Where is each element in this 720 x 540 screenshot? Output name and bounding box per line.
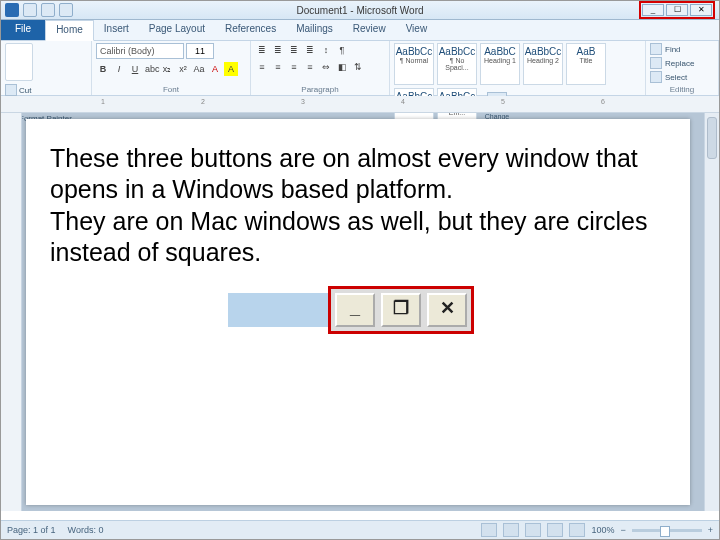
scrollbar-thumb[interactable] <box>707 117 717 159</box>
select-icon <box>650 71 662 83</box>
numbering-button[interactable]: ≣ <box>271 43 285 57</box>
underline-button[interactable]: U <box>128 62 142 76</box>
document-page[interactable]: These three buttons are on almost every … <box>26 119 690 505</box>
zoom-in-button[interactable]: + <box>708 525 713 535</box>
cut-button[interactable]: Cut <box>5 84 72 96</box>
italic-button[interactable]: I <box>112 62 126 76</box>
horizontal-ruler[interactable]: 1 2 3 4 5 6 <box>1 96 719 113</box>
window-title: Document1 - Microsoft Word <box>1 5 719 16</box>
cut-icon <box>5 84 17 96</box>
tab-home[interactable]: Home <box>45 20 94 41</box>
ribbon: Cut Copy Format Painter Clipboard Calibr… <box>1 41 719 96</box>
window-controls: _ ☐ ✕ <box>639 1 715 19</box>
group-label: Font <box>96 85 246 95</box>
highlight-button[interactable]: A <box>224 62 238 76</box>
status-bar: Page: 1 of 1 Words: 0 100% − + <box>1 520 719 539</box>
tab-mailings[interactable]: Mailings <box>286 20 343 40</box>
replace-button[interactable]: Replace <box>650 57 694 69</box>
sort-button[interactable]: ⇅ <box>351 60 365 74</box>
illustration-highlight: _ ❐ ✕ <box>328 286 474 334</box>
multilevel-button[interactable]: ≣ <box>287 43 301 57</box>
app-window: Document1 - Microsoft Word _ ☐ ✕ File Ho… <box>0 0 720 540</box>
tab-references[interactable]: References <box>215 20 286 40</box>
style-no-spacing[interactable]: AaBbCc¶ No Spaci... <box>437 43 477 85</box>
increase-indent-button[interactable]: ↕ <box>319 43 333 57</box>
group-label: Paragraph <box>255 85 385 95</box>
justify-button[interactable]: ≡ <box>303 60 317 74</box>
zoom-out-button[interactable]: − <box>620 525 625 535</box>
tab-insert[interactable]: Insert <box>94 20 139 40</box>
title-bar: Document1 - Microsoft Word _ ☐ ✕ <box>1 1 719 20</box>
view-print-layout[interactable] <box>481 523 497 537</box>
align-center-button[interactable]: ≡ <box>271 60 285 74</box>
status-words[interactable]: Words: 0 <box>68 525 104 535</box>
font-name-combo[interactable]: Calibri (Body) <box>96 43 184 59</box>
tab-review[interactable]: Review <box>343 20 396 40</box>
vertical-ruler[interactable] <box>1 113 22 511</box>
vertical-scrollbar[interactable] <box>704 113 719 511</box>
paragraph-1: These three buttons are on almost every … <box>50 143 666 206</box>
document-area: These three buttons are on almost every … <box>1 113 719 511</box>
close-button[interactable]: ✕ <box>690 4 712 16</box>
align-right-button[interactable]: ≡ <box>287 60 301 74</box>
view-web-layout[interactable] <box>525 523 541 537</box>
group-label: Editing <box>650 85 714 95</box>
line-spacing-button[interactable]: ⇔ <box>319 60 333 74</box>
zoom-slider-knob[interactable] <box>660 526 670 537</box>
paste-button[interactable] <box>5 43 33 81</box>
style-heading2[interactable]: AaBbCcHeading 2 <box>523 43 563 85</box>
find-button[interactable]: Find <box>650 43 694 55</box>
illustration-minimize: _ <box>335 293 375 327</box>
style-title[interactable]: AaBTitle <box>566 43 606 85</box>
illustration-maximize: ❐ <box>381 293 421 327</box>
group-editing: Find Replace Select Editing <box>646 41 719 95</box>
subscript-button[interactable]: x₂ <box>160 62 174 76</box>
replace-icon <box>650 57 662 69</box>
zoom-slider[interactable] <box>632 529 702 532</box>
window-buttons-illustration: _ ❐ ✕ <box>228 286 488 334</box>
font-size-combo[interactable]: 11 <box>186 43 214 59</box>
tab-view[interactable]: View <box>396 20 438 40</box>
tab-page-layout[interactable]: Page Layout <box>139 20 215 40</box>
align-left-button[interactable]: ≡ <box>255 60 269 74</box>
illustration-close: ✕ <box>427 293 467 327</box>
view-full-screen[interactable] <box>503 523 519 537</box>
font-color-button[interactable]: A <box>208 62 222 76</box>
bold-button[interactable]: B <box>96 62 110 76</box>
group-styles: AaBbCc¶ Normal AaBbCc¶ No Spaci... AaBbC… <box>390 41 646 95</box>
select-button[interactable]: Select <box>650 71 694 83</box>
minimize-button[interactable]: _ <box>642 4 664 16</box>
view-outline[interactable] <box>547 523 563 537</box>
maximize-button[interactable]: ☐ <box>666 4 688 16</box>
superscript-button[interactable]: x² <box>176 62 190 76</box>
illustration-titlebar <box>228 293 328 327</box>
zoom-level[interactable]: 100% <box>591 525 614 535</box>
find-icon <box>650 43 662 55</box>
show-marks-button[interactable]: ¶ <box>335 43 349 57</box>
group-font: Calibri (Body) 11 B I U abc x₂ x² Aa A A… <box>92 41 251 95</box>
shading-button[interactable]: ◧ <box>335 60 349 74</box>
ribbon-tabs: File Home Insert Page Layout References … <box>1 20 719 41</box>
view-draft[interactable] <box>569 523 585 537</box>
case-button[interactable]: Aa <box>192 62 206 76</box>
paragraph-2: They are on Mac windows as well, but the… <box>50 206 666 269</box>
style-heading1[interactable]: AaBbCHeading 1 <box>480 43 520 85</box>
document-content[interactable]: These three buttons are on almost every … <box>50 143 666 334</box>
status-page[interactable]: Page: 1 of 1 <box>7 525 56 535</box>
window-controls-highlight: _ ☐ ✕ <box>639 1 715 19</box>
bullets-button[interactable]: ≣ <box>255 43 269 57</box>
strike-button[interactable]: abc <box>144 62 158 76</box>
decrease-indent-button[interactable]: ≣ <box>303 43 317 57</box>
group-clipboard: Cut Copy Format Painter Clipboard <box>1 41 92 95</box>
tab-file[interactable]: File <box>1 20 45 40</box>
group-paragraph: ≣ ≣ ≣ ≣ ↕ ¶ ≡ ≡ ≡ ≡ ⇔ ◧ ⇅ Paragraph <box>251 41 390 95</box>
style-normal[interactable]: AaBbCc¶ Normal <box>394 43 434 85</box>
